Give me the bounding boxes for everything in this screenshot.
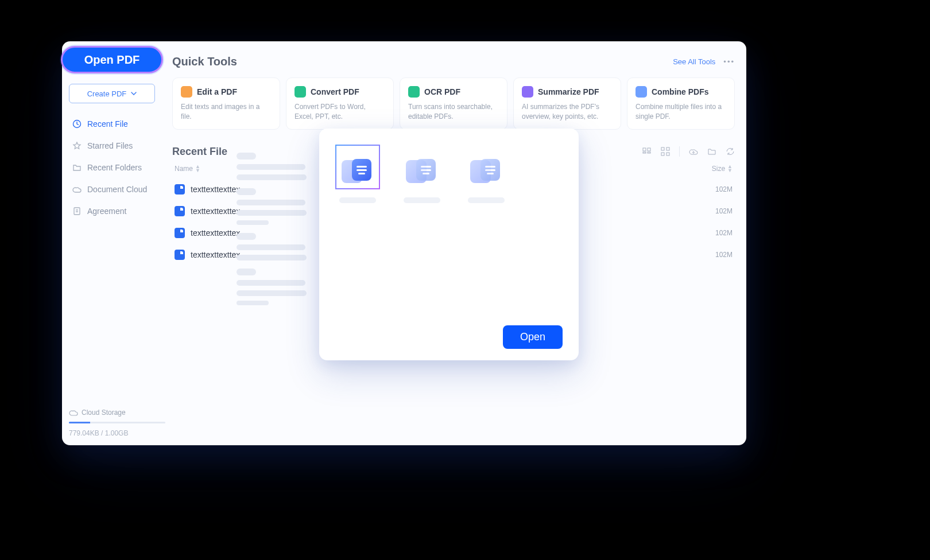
open-pdf-label: Open PDF [84,53,140,67]
tool-desc: Edit texts and images in a file. [181,102,272,122]
file-thumbnail [464,145,509,189]
sort-icon[interactable]: ▲▼ [727,165,733,173]
see-all-tools-link[interactable]: See All Tools [673,57,715,66]
dialog-file-item[interactable] [464,145,509,203]
tool-title: Combine PDFs [652,87,709,96]
file-label-placeholder [404,197,440,203]
tool-icon [181,86,192,98]
sidebar-item-label: Recent File [87,119,128,129]
cloud-icon [69,408,78,417]
grid-view-icon[interactable] [661,147,670,156]
sort-icon[interactable]: ▲▼ [195,165,200,173]
tool-title: Convert PDF [311,87,359,96]
svg-rect-8 [661,153,664,155]
file-size: 102M [715,185,733,193]
document-icon [175,250,185,260]
quick-tools-title: Quick Tools [172,55,237,68]
tool-desc: Turn scans into searchable, editable PDF… [408,102,499,122]
sidebar-item-recent-file[interactable]: Recent File [69,115,155,133]
tool-title: OCR PDF [424,87,460,96]
document-icon [175,228,185,238]
storage-bar [69,422,165,423]
skeleton-panel [230,147,316,349]
svg-rect-2 [643,148,646,151]
more-menu-button[interactable]: ••• [723,57,735,66]
tool-icon [522,86,533,98]
folder-icon [72,163,82,172]
sidebar: Open PDF Create PDF Recent FileStarred F… [62,41,165,445]
file-size: 102M [715,229,733,237]
sidebar-item-agreement[interactable]: Agreement [69,202,155,220]
dialog-file-item[interactable] [400,145,444,203]
tool-title: Edit a PDF [197,87,237,96]
sidebar-item-label: Agreement [87,207,126,216]
dialog-file-item[interactable] [335,145,380,203]
open-pdf-button[interactable]: Open PDF [61,46,163,73]
file-size: 102M [715,251,733,259]
svg-rect-4 [643,152,646,153]
svg-rect-9 [666,153,669,155]
open-button[interactable]: Open [503,325,563,349]
document-icon [175,206,185,216]
svg-rect-7 [666,147,669,150]
svg-rect-1 [74,208,80,215]
sidebar-item-label: Document Cloud [87,185,147,194]
sidebar-item-label: Recent Folders [87,163,142,172]
tool-card-edit-a-pdf[interactable]: Edit a PDFEdit texts and images in a fil… [172,77,280,130]
tool-icon [408,86,420,98]
cloud-storage-panel: Cloud Storage 779.04KB / 1.00GB [69,408,172,437]
star-icon [72,141,82,150]
tool-title: Summarize PDF [538,87,599,96]
svg-rect-3 [648,148,650,151]
file-label-placeholder [339,197,376,203]
open-file-dialog: Open [319,129,579,360]
refresh-icon[interactable] [726,147,735,156]
clock-icon [72,119,82,129]
recent-file-title: Recent File [172,146,227,158]
cloud-icon [72,185,82,194]
folder-open-icon[interactable] [707,147,716,156]
tool-desc: AI summarizes the PDF's overview, key po… [522,102,613,122]
file-thumbnail [400,145,444,189]
storage-usage-text: 779.04KB / 1.00GB [69,429,172,437]
agreement-icon [72,207,82,216]
open-button-label: Open [520,331,545,343]
tool-icon [294,86,306,98]
tool-desc: Combine multiple files into a single PDF… [636,102,726,122]
column-name-header[interactable]: Name [175,165,193,173]
tool-card-summarize-pdf[interactable]: Summarize PDFAI summarizes the PDF's ove… [513,77,621,130]
sidebar-item-document-cloud[interactable]: Document Cloud [69,180,155,199]
sidebar-item-label: Starred Files [87,141,133,150]
svg-rect-5 [648,152,650,153]
sidebar-item-starred-files[interactable]: Starred Files [69,137,155,155]
tool-desc: Convert PDFs to Word, Excel, PPT, etc. [294,102,385,122]
chevron-down-icon [131,92,137,95]
file-size: 102M [715,207,733,215]
create-pdf-button[interactable]: Create PDF [69,84,155,103]
file-thumbnail [335,145,380,189]
tool-card-convert-pdf[interactable]: Convert PDFConvert PDFs to Word, Excel, … [286,77,394,130]
list-view-icon[interactable] [642,147,652,156]
separator [679,146,680,157]
create-pdf-label: Create PDF [87,90,127,98]
svg-rect-6 [661,147,664,150]
tool-card-ocr-pdf[interactable]: OCR PDFTurn scans into searchable, edita… [400,77,507,130]
column-size-header[interactable]: Size [712,165,725,173]
tool-card-combine-pdfs[interactable]: Combine PDFsCombine multiple files into … [627,77,735,130]
cloud-upload-icon[interactable] [689,147,698,156]
storage-fill [69,422,90,423]
document-icon [175,184,185,195]
tool-icon [636,86,647,98]
file-label-placeholder [468,197,505,203]
sidebar-item-recent-folders[interactable]: Recent Folders [69,158,155,177]
cloud-storage-label: Cloud Storage [82,409,126,417]
